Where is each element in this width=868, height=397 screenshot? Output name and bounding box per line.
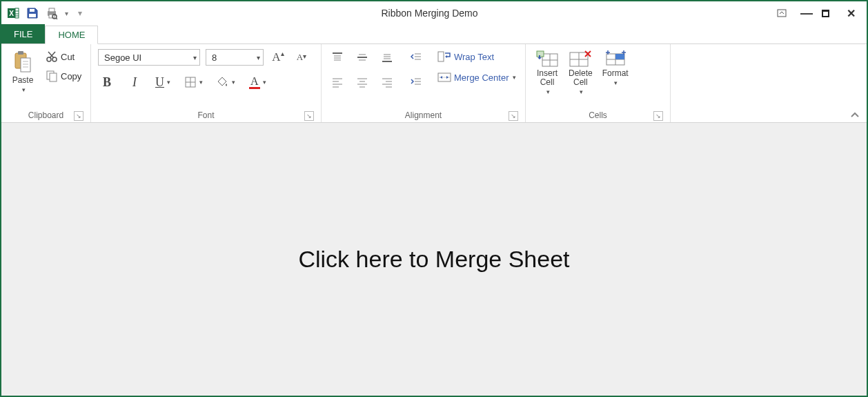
svg-rect-18: [21, 58, 30, 72]
chevron-down-icon: ▾: [167, 79, 170, 86]
increase-indent-button[interactable]: [407, 73, 425, 91]
align-center-icon: [356, 76, 368, 88]
font-color-icon: A: [249, 76, 260, 89]
underline-icon: U: [155, 75, 164, 90]
svg-rect-60: [438, 52, 444, 61]
chevron-down-icon: ▾: [232, 79, 235, 86]
tab-file[interactable]: FILE: [1, 24, 45, 43]
decrease-font-button[interactable]: A▾: [293, 48, 310, 66]
copy-label: Copy: [61, 71, 81, 81]
insert-cell-button[interactable]: Insert Cell ▾: [533, 48, 562, 97]
svg-rect-15: [823, 12, 828, 16]
font-name-value: Segoe UI: [104, 52, 141, 63]
fill-color-button[interactable]: ▾: [215, 73, 237, 91]
paste-label: Paste: [12, 76, 34, 85]
print-preview-icon[interactable]: [44, 6, 59, 21]
italic-icon: I: [132, 75, 137, 90]
group-cells-label: Cells: [589, 110, 607, 120]
svg-rect-73: [615, 54, 624, 59]
svg-rect-6: [30, 9, 34, 12]
maximize-button[interactable]: [821, 9, 836, 18]
chevron-down-icon: ▾: [193, 54, 197, 61]
svg-rect-2: [15, 8, 19, 18]
group-font-label: Font: [197, 110, 214, 120]
save-icon[interactable]: [25, 6, 40, 21]
window-title: Ribbon Merging Demo: [82, 8, 777, 19]
group-font: Segoe UI ▾ 8 ▾ A▴ A▾: [91, 44, 322, 122]
ribbon-tabs: FILE HOME: [1, 25, 867, 44]
decrease-indent-button[interactable]: [407, 48, 425, 66]
align-middle-icon: [356, 51, 368, 64]
borders-icon: [184, 76, 197, 88]
font-name-combo[interactable]: Segoe UI ▾: [98, 49, 200, 66]
increase-font-icon: A▴: [272, 50, 284, 64]
cut-button[interactable]: Cut: [44, 48, 83, 65]
svg-rect-27: [50, 73, 57, 81]
underline-button[interactable]: U ▾: [153, 73, 172, 91]
copy-button[interactable]: Copy: [44, 68, 83, 84]
align-right-icon: [381, 76, 393, 88]
svg-rect-7: [29, 14, 36, 17]
increase-font-button[interactable]: A▴: [269, 48, 287, 66]
merge-center-icon: [437, 71, 451, 84]
align-center-button[interactable]: [353, 73, 371, 91]
delete-cell-button[interactable]: Delete Cell ▾: [566, 48, 595, 97]
ribbon-display-options-icon[interactable]: [777, 9, 792, 17]
qat-dropdown-icon[interactable]: ▾: [65, 10, 68, 17]
merge-sheet-link[interactable]: Click here to Merge Sheet: [298, 246, 569, 273]
tab-home[interactable]: HOME: [45, 26, 98, 44]
align-left-button[interactable]: [328, 73, 346, 91]
chevron-down-icon: ▾: [580, 88, 583, 95]
italic-button[interactable]: I: [126, 73, 144, 91]
align-middle-button[interactable]: [353, 48, 371, 66]
close-button[interactable]: ✕: [843, 7, 858, 20]
clipboard-launcher-icon[interactable]: ↘: [74, 111, 83, 121]
svg-line-12: [56, 18, 57, 19]
copy-icon: [46, 70, 58, 82]
font-color-button[interactable]: A ▾: [247, 73, 268, 91]
quick-access-toolbar: X ▾ ▾: [6, 6, 82, 21]
increase-indent-icon: [410, 76, 422, 88]
decrease-font-icon: A▾: [297, 52, 306, 63]
align-top-button[interactable]: [328, 48, 346, 66]
borders-button[interactable]: ▾: [182, 73, 205, 91]
delete-cell-icon: [569, 50, 592, 68]
group-cells: Insert Cell ▾ Delete Cell ▾ Format ▾ Cel…: [526, 44, 671, 122]
cut-label: Cut: [61, 52, 75, 62]
bold-icon: B: [103, 75, 111, 90]
excel-icon: X: [6, 6, 21, 21]
svg-rect-17: [18, 51, 23, 55]
bold-button[interactable]: B: [98, 73, 116, 91]
align-right-button[interactable]: [378, 73, 396, 91]
svg-text:X: X: [9, 10, 14, 17]
font-size-combo[interactable]: 8 ▾: [206, 49, 264, 66]
collapse-ribbon-icon[interactable]: [850, 110, 860, 119]
paste-button[interactable]: Paste ▾: [8, 48, 37, 95]
align-bottom-button[interactable]: [378, 48, 396, 66]
fill-color-icon: [217, 76, 229, 88]
svg-rect-9: [49, 8, 55, 12]
window-controls: — ✕: [777, 7, 862, 20]
wrap-text-label: Wrap Text: [454, 52, 494, 62]
chevron-down-icon: ▾: [263, 79, 266, 86]
cut-icon: [46, 50, 58, 63]
align-left-icon: [331, 76, 344, 88]
format-button[interactable]: Format ▾: [600, 48, 631, 88]
align-bottom-icon: [381, 51, 393, 64]
minimize-button[interactable]: —: [799, 10, 814, 16]
format-label: Format: [602, 69, 629, 78]
merge-center-button[interactable]: Merge Center ▾: [436, 69, 517, 86]
font-size-value: 8: [212, 52, 217, 63]
group-alignment-label: Alignment: [405, 110, 442, 120]
decrease-indent-icon: [410, 51, 422, 64]
ribbon: Paste ▾ Cut Copy Clipboard: [1, 44, 867, 123]
insert-cell-icon: [535, 50, 559, 68]
svg-point-23: [52, 57, 57, 61]
insert-cell-label: Insert Cell: [537, 69, 558, 87]
alignment-launcher-icon[interactable]: ↘: [509, 111, 518, 121]
svg-rect-13: [778, 10, 786, 17]
wrap-text-button[interactable]: Wrap Text: [436, 48, 517, 65]
cells-launcher-icon[interactable]: ↘: [653, 111, 663, 121]
font-launcher-icon[interactable]: ↘: [304, 111, 314, 121]
content-area: Click here to Merge Sheet: [1, 123, 867, 396]
